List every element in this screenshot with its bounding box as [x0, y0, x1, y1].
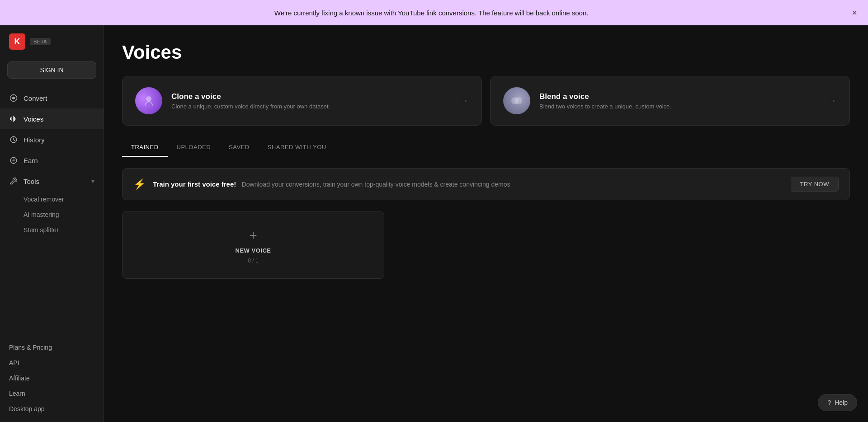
clone-voice-desc: Clone a unique, custom voice directly fr…	[171, 103, 450, 110]
svg-rect-4	[13, 116, 14, 122]
sign-in-button[interactable]: SIGN IN	[7, 61, 96, 79]
clone-voice-title: Clone a voice	[171, 92, 450, 101]
nav-section: Convert Voices	[0, 88, 104, 334]
main-content: Voices Clone a voice Clone a unique, cus…	[104, 25, 868, 422]
voices-icon	[9, 114, 18, 123]
submenu-item-vocal-remover[interactable]: Vocal remover	[0, 192, 104, 207]
tools-submenu: Vocal remover AI mastering Stem splitter	[0, 192, 104, 238]
tabs-bar: TRAINED UPLOADED SAVED SHARED WITH YOU	[122, 138, 850, 157]
train-banner-title: Train your first voice free!	[153, 180, 236, 188]
sidebar: K BETA SIGN IN Convert	[0, 25, 104, 422]
train-banner: ⚡ Train your first voice free! Download …	[122, 168, 850, 200]
plus-icon: ＋	[247, 226, 259, 244]
svg-rect-5	[14, 117, 15, 121]
train-banner-desc: Download your conversions, train your ow…	[242, 181, 510, 188]
notification-banner: We're currently fixing a known issue wit…	[0, 0, 868, 25]
clone-voice-icon	[135, 87, 162, 114]
sidebar-item-plans[interactable]: Plans & Pricing	[0, 340, 104, 355]
svg-rect-6	[16, 118, 17, 120]
try-now-button[interactable]: TRY NOW	[791, 177, 839, 192]
sidebar-item-convert[interactable]: Convert	[0, 88, 104, 108]
tab-trained[interactable]: TRAINED	[122, 138, 168, 157]
svg-point-1	[12, 97, 15, 99]
svg-rect-2	[10, 117, 11, 120]
submenu-item-ai-mastering[interactable]: AI mastering	[0, 207, 104, 222]
new-voice-count: 0 / 1	[248, 258, 258, 264]
blend-voice-card[interactable]: Blend a voice Blend two voices to create…	[490, 76, 850, 126]
logo-icon: K	[9, 33, 25, 50]
history-icon	[9, 135, 18, 144]
blend-voice-icon	[503, 87, 530, 114]
tab-uploaded[interactable]: UPLOADED	[168, 138, 220, 157]
blend-voice-arrow: →	[827, 95, 837, 107]
tab-shared[interactable]: SHARED WITH YOU	[259, 138, 335, 157]
sidebar-item-tools-label: Tools	[24, 178, 39, 185]
tab-saved[interactable]: SAVED	[220, 138, 259, 157]
sidebar-item-learn[interactable]: Learn	[0, 386, 104, 401]
svg-point-11	[515, 97, 522, 104]
sidebar-bottom: Plans & Pricing API Affiliate Learn Desk…	[0, 334, 104, 422]
clone-voice-card[interactable]: Clone a voice Clone a unique, custom voi…	[122, 76, 482, 126]
tools-item-left: Tools	[9, 177, 39, 186]
sidebar-item-earn-label: Earn	[24, 157, 38, 164]
blend-voice-title: Blend a voice	[539, 92, 818, 101]
new-voice-card[interactable]: ＋ NEW VOICE 0 / 1	[122, 211, 384, 279]
svg-point-9	[146, 96, 151, 102]
convert-icon	[9, 94, 18, 103]
help-icon: ?	[827, 399, 831, 406]
sidebar-item-affiliate[interactable]: Affiliate	[0, 370, 104, 386]
help-label: Help	[835, 399, 848, 406]
sidebar-item-tools[interactable]: Tools ▾	[0, 171, 104, 192]
earn-icon	[9, 156, 18, 165]
sidebar-item-voices-label: Voices	[24, 115, 43, 123]
sidebar-logo: K BETA	[0, 25, 104, 58]
submenu-item-stem-splitter[interactable]: Stem splitter	[0, 222, 104, 238]
banner-message: We're currently fixing a known issue wit…	[11, 9, 852, 17]
page-title: Voices	[122, 42, 850, 63]
sidebar-item-voices[interactable]: Voices	[0, 108, 104, 129]
sidebar-item-earn[interactable]: Earn	[0, 150, 104, 171]
sidebar-item-history[interactable]: History	[0, 129, 104, 150]
svg-rect-3	[12, 117, 13, 122]
beta-badge: BETA	[30, 38, 51, 45]
banner-close-button[interactable]: ×	[852, 8, 857, 17]
chevron-down-icon: ▾	[91, 178, 94, 185]
help-button[interactable]: ? Help	[818, 394, 857, 411]
voice-cards-row: Clone a voice Clone a unique, custom voi…	[122, 76, 850, 126]
app-body: K BETA SIGN IN Convert	[0, 25, 868, 422]
clone-voice-text: Clone a voice Clone a unique, custom voi…	[171, 92, 450, 110]
clone-voice-arrow: →	[459, 95, 469, 107]
blend-voice-desc: Blend two voices to create a unique, cus…	[539, 103, 818, 110]
sidebar-item-api[interactable]: API	[0, 355, 104, 370]
lightning-icon: ⚡	[133, 178, 146, 190]
sidebar-item-convert-label: Convert	[24, 94, 47, 102]
tools-icon	[9, 177, 18, 186]
sidebar-item-history-label: History	[24, 136, 45, 144]
blend-voice-text: Blend a voice Blend two voices to create…	[539, 92, 818, 110]
sidebar-item-desktop-app[interactable]: Desktop app	[0, 401, 104, 417]
new-voice-label: NEW VOICE	[236, 247, 271, 254]
